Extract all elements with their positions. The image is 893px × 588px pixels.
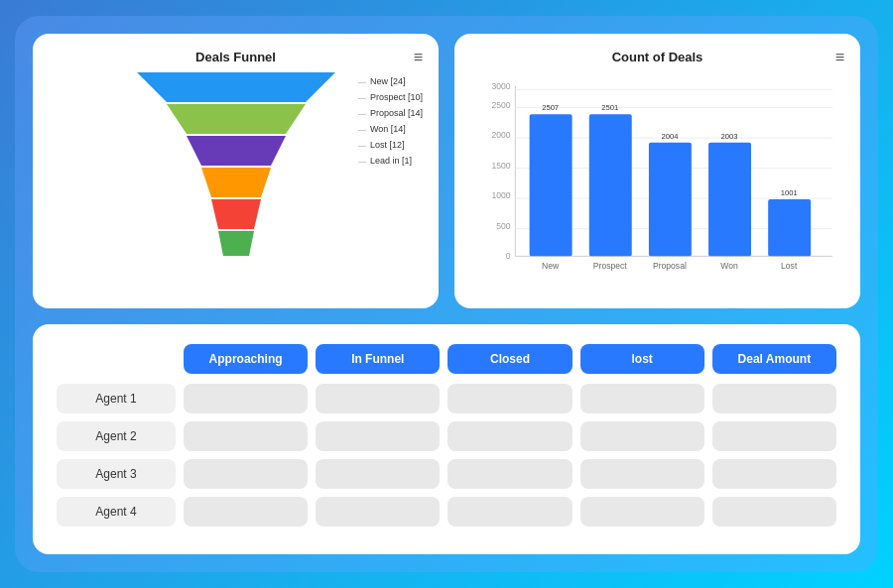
svg-text:0: 0: [506, 251, 511, 261]
agent-1-dealamount: [712, 384, 836, 413]
funnel-label-prospect: Prospect [10]: [358, 92, 423, 102]
svg-rect-30: [708, 143, 751, 257]
funnel-chart-card: Deals Funnel ≡: [33, 34, 439, 308]
agent-3-dealamount: [712, 459, 836, 489]
agent-table: Approaching In Funnel Closed lost Deal A…: [57, 344, 836, 527]
agent-1-lost: [580, 384, 704, 413]
header-closed: Closed: [447, 344, 572, 374]
svg-rect-24: [589, 114, 632, 256]
funnel-label-proposal: Proposal [14]: [358, 108, 423, 118]
agent-2-dealamount: [712, 421, 836, 451]
bar-menu-icon[interactable]: ≡: [835, 50, 844, 65]
bar-chart-svg: 0 500 1000 1500 2000 2500 3000: [470, 76, 844, 285]
svg-rect-33: [768, 199, 811, 256]
agent-4-dealamount: [712, 497, 836, 527]
funnel-menu-icon[interactable]: ≡: [414, 50, 423, 65]
svg-text:2500: 2500: [491, 100, 510, 110]
agent-2-infunnel: [316, 421, 440, 451]
svg-text:New: New: [542, 261, 560, 271]
table-row: Agent 4: [57, 497, 836, 527]
agent-4-lost: [580, 497, 704, 527]
svg-text:2003: 2003: [721, 132, 738, 141]
svg-marker-0: [137, 72, 335, 102]
svg-text:2000: 2000: [491, 130, 510, 140]
agent-3-approaching: [184, 459, 308, 489]
funnel-chart-title: Deals Funnel: [195, 50, 276, 64]
bar-chart-title: Count of Deals: [612, 50, 703, 64]
agent-3-infunnel: [316, 459, 440, 489]
agent-3-closed: [447, 459, 572, 489]
agent-4-closed: [447, 497, 572, 527]
funnel-label-lost: Lost [12]: [358, 140, 423, 150]
header-approaching: Approaching: [184, 344, 308, 374]
header-lost: lost: [580, 344, 704, 374]
svg-marker-5: [218, 231, 254, 256]
table-row: Agent 1: [57, 384, 836, 413]
svg-text:500: 500: [496, 221, 511, 231]
svg-text:2507: 2507: [542, 103, 559, 112]
svg-marker-1: [167, 104, 306, 134]
svg-rect-21: [530, 114, 573, 256]
svg-marker-3: [201, 168, 271, 197]
agent-2-approaching: [184, 421, 308, 451]
svg-text:3000: 3000: [491, 81, 510, 91]
bar-chart-card: Count of Deals ≡ 0 500 1000 1500 2000 25…: [454, 34, 860, 308]
agent-2-closed: [447, 421, 572, 451]
svg-text:1000: 1000: [491, 190, 510, 200]
funnel-svg: [117, 72, 355, 271]
table-header-row: Approaching In Funnel Closed lost Deal A…: [57, 344, 836, 374]
funnel-label-leadin: Lead in [1]: [358, 156, 423, 166]
agent-3-lost: [580, 459, 704, 489]
top-row: Deals Funnel ≡: [33, 34, 860, 308]
agent-1-label: Agent 1: [57, 384, 176, 413]
svg-marker-2: [187, 136, 286, 166]
table-row: Agent 2: [57, 421, 836, 451]
agent-1-closed: [447, 384, 572, 413]
svg-rect-27: [649, 143, 692, 257]
agent-2-lost: [580, 421, 704, 451]
svg-text:Won: Won: [720, 261, 738, 271]
funnel-labels: New [24] Prospect [10] Proposal [14] Won…: [358, 72, 423, 166]
svg-text:1500: 1500: [491, 161, 510, 171]
table-header-empty: [57, 344, 176, 374]
bar-card-header: Count of Deals ≡: [470, 50, 844, 64]
bar-chart-area: 0 500 1000 1500 2000 2500 3000: [470, 72, 844, 293]
svg-text:Proposal: Proposal: [653, 261, 687, 271]
dashboard-wrapper: Deals Funnel ≡: [15, 16, 878, 572]
table-row: Agent 3: [57, 459, 836, 489]
svg-text:2004: 2004: [661, 132, 679, 141]
funnel-card-header: Deals Funnel ≡: [49, 50, 423, 64]
agent-1-infunnel: [316, 384, 440, 413]
agent-4-label: Agent 4: [57, 497, 176, 527]
agent-4-infunnel: [316, 497, 440, 527]
header-in-funnel: In Funnel: [316, 344, 440, 374]
funnel-label-won: Won [14]: [358, 124, 423, 134]
agent-2-label: Agent 2: [57, 421, 176, 451]
agent-4-approaching: [184, 497, 308, 527]
agent-1-approaching: [184, 384, 308, 413]
svg-marker-4: [211, 199, 261, 229]
svg-text:1001: 1001: [781, 188, 798, 197]
svg-text:Lost: Lost: [781, 261, 798, 271]
funnel-label-new: New [24]: [358, 76, 423, 86]
svg-text:2501: 2501: [601, 103, 618, 112]
header-deal-amount: Deal Amount: [712, 344, 836, 374]
agent-3-label: Agent 3: [57, 459, 176, 489]
svg-text:Prospect: Prospect: [593, 261, 627, 271]
agent-table-card: Approaching In Funnel Closed lost Deal A…: [33, 324, 860, 554]
funnel-container: New [24] Prospect [10] Proposal [14] Won…: [49, 72, 423, 271]
